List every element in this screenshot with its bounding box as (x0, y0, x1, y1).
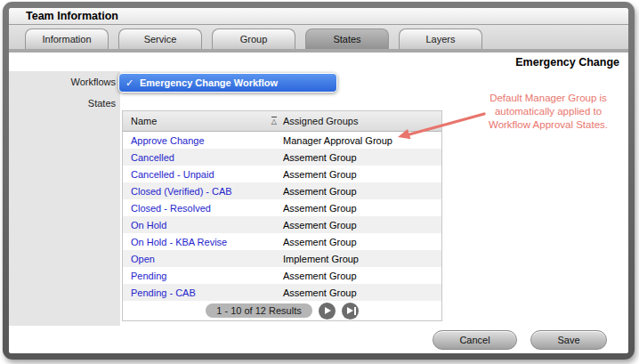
tab-states[interactable]: States (305, 28, 389, 49)
assigned-group-cell: Assement Group (283, 237, 441, 247)
last-page-button[interactable] (342, 303, 359, 320)
table-row: On Hold - KBA Revise Assement Group (123, 233, 441, 250)
tab-label: States (333, 34, 360, 44)
assigned-group-cell: Assement Group (283, 287, 441, 298)
table-row: Pending Assement Group (123, 267, 441, 284)
table-row: Cancelled - Unpaid Assement Group (123, 166, 441, 182)
workflow-dropdown-selected-item[interactable]: ✓ Emergency Change Workflow (119, 74, 336, 92)
state-name-link[interactable]: Closed (Verified) - CAB (123, 186, 283, 197)
workflows-label: Workflows (9, 77, 116, 87)
assigned-groups-column-label: Assigned Groups (283, 116, 358, 126)
tab-layers[interactable]: Layers (399, 28, 482, 49)
name-column-label: Name (131, 116, 157, 126)
table-body: Approve Change Manager Approval Group Ca… (123, 132, 441, 301)
table-row: Open Implement Group (123, 250, 441, 267)
column-header-name[interactable]: Name △ (123, 116, 283, 126)
state-name-link[interactable]: Cancelled (123, 152, 283, 163)
tab-strip: Information Service Group States Layers (9, 25, 628, 53)
table-row: Pending - CAB Assement Group (123, 284, 441, 301)
team-information-dialog: Team Information Information Service Gro… (3, 2, 635, 360)
assigned-group-cell: Assement Group (283, 152, 441, 163)
tab-group[interactable]: Group (212, 28, 295, 49)
state-name-link[interactable]: Pending (123, 271, 283, 281)
states-tab-content: Emergency Change Workflows States ✓ Emer… (9, 53, 628, 353)
next-page-button[interactable] (319, 303, 336, 320)
assigned-group-cell: Assement Group (283, 203, 441, 214)
state-name-link[interactable]: On Hold - KBA Revise (123, 237, 283, 247)
dialog-title: Team Information (26, 10, 118, 22)
sort-ascending-icon[interactable]: △ (271, 117, 277, 125)
state-name-link[interactable]: Approve Change (123, 135, 283, 146)
pagination-summary: 1 - 10 of 12 Results (206, 303, 311, 318)
pagination-bar: 1 - 10 of 12 Results (123, 301, 441, 320)
assigned-group-cell: Assement Group (283, 169, 441, 180)
save-button[interactable]: Save (530, 330, 607, 350)
tab-label: Information (42, 34, 91, 44)
annotation-line: Default Manager Group is (472, 92, 625, 105)
annotation-note: Default Manager Group is automatically a… (472, 92, 625, 132)
table-row: Cancelled Assement Group (123, 149, 441, 166)
tab-label: Service (144, 34, 177, 44)
annotation-line: Workflow Approval States. (472, 118, 625, 132)
end-bar-icon (354, 307, 356, 315)
state-name-link[interactable]: Pending - CAB (123, 287, 283, 298)
table-header-row: Name △ Assigned Groups (123, 111, 441, 132)
state-name-link[interactable]: Open (123, 254, 283, 264)
assigned-group-cell: Manager Approval Group (283, 135, 441, 146)
workflow-dropdown[interactable]: ✓ Emergency Change Workflow (118, 73, 337, 93)
states-label: States (9, 98, 116, 109)
table-row: Closed - Resolved Assement Group (123, 199, 441, 216)
state-name-link[interactable]: Closed - Resolved (123, 203, 283, 214)
tab-information[interactable]: Information (25, 28, 109, 49)
state-name-link[interactable]: Cancelled - Unpaid (123, 169, 283, 180)
assigned-group-cell: Assement Group (283, 271, 441, 281)
table-row: On Hold Assement Group (123, 216, 441, 233)
assigned-group-cell: Implement Group (283, 254, 441, 264)
tab-label: Group (240, 34, 268, 44)
cancel-button[interactable]: Cancel (433, 330, 517, 350)
play-icon (347, 307, 353, 314)
annotation-line: automatically applied to (472, 105, 625, 118)
assigned-group-cell: Assement Group (283, 186, 441, 197)
table-row: Closed (Verified) - CAB Assement Group (123, 182, 441, 199)
form-label-panel (9, 71, 120, 326)
tab-service[interactable]: Service (118, 28, 202, 49)
workflow-dropdown-value: Emergency Change Workflow (140, 77, 278, 88)
page-title: Emergency Change (515, 56, 619, 69)
assigned-group-cell: Assement Group (283, 220, 441, 231)
states-table: Name △ Assigned Groups Approve Change Ma… (122, 110, 442, 321)
save-button-label: Save (557, 335, 579, 345)
column-header-assigned-groups[interactable]: Assigned Groups (283, 116, 441, 126)
check-icon: ✓ (125, 77, 140, 89)
table-row: Approve Change Manager Approval Group (123, 132, 441, 149)
cancel-button-label: Cancel (459, 335, 489, 345)
state-name-link[interactable]: On Hold (123, 220, 283, 231)
play-icon (325, 307, 331, 314)
dialog-body: Team Information Information Service Gro… (9, 8, 628, 353)
dialog-titlebar: Team Information (9, 8, 628, 25)
tab-label: Layers (425, 34, 455, 44)
